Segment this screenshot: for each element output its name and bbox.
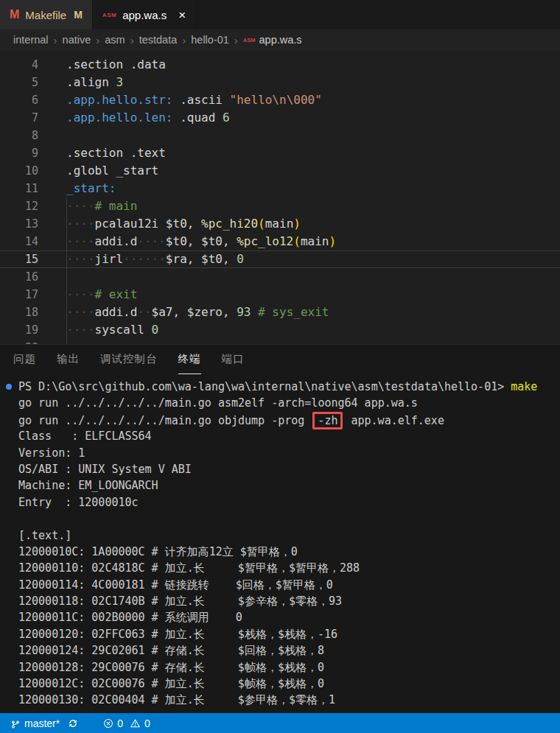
- chevron-right-icon: ›: [130, 34, 134, 46]
- terminal-line: go run ../../../../../main.go asm2elf -a…: [18, 395, 560, 411]
- error-icon: [103, 718, 113, 729]
- line-number[interactable]: 5: [0, 74, 38, 91]
- code-token: addi.d: [95, 234, 138, 248]
- breadcrumb-item[interactable]: internal: [13, 34, 49, 46]
- panel: 问题输出调试控制台终端端口 PS D:\Go\src\github.com\wa…: [0, 344, 560, 713]
- code-token: ····: [66, 199, 95, 213]
- problems-item[interactable]: 0 0: [100, 713, 153, 733]
- code-line[interactable]: 10.globl _start: [0, 162, 560, 180]
- line-number[interactable]: 7: [0, 109, 38, 127]
- code-line[interactable]: 5.align 3: [0, 74, 560, 91]
- code-line[interactable]: 7.app.hello.len: .quad 6: [0, 109, 560, 127]
- code-token: ): [293, 217, 301, 231]
- line-number[interactable]: 18: [0, 304, 38, 321]
- line-number[interactable]: 6: [0, 91, 38, 109]
- asm-file-icon: ASM: [243, 37, 256, 43]
- breadcrumb-item[interactable]: hello-01: [191, 34, 229, 46]
- terminal-text: Class : ELFCLASS64: [18, 429, 152, 443]
- terminal-line: go run ../../../../../main.go objdump -p…: [18, 412, 560, 428]
- code-line[interactable]: 18····addi.d··$a7, $zero, 93 # sys_exit: [0, 304, 560, 321]
- terminal-text: 120000114: 4C000181 # 链接跳转 $回格，$暂甲格，0: [18, 578, 333, 592]
- code-line[interactable]: 4.section .data: [0, 56, 560, 74]
- line-number[interactable]: 15: [0, 250, 38, 268]
- code-line[interactable]: 8: [0, 127, 560, 144]
- code-token: pcalau12i $t0,: [95, 217, 202, 231]
- line-number[interactable]: 12: [0, 197, 38, 215]
- code-token: ····: [137, 234, 166, 248]
- line-number[interactable]: 11: [0, 180, 38, 197]
- code-line[interactable]: 11_start:: [0, 180, 560, 197]
- code-line[interactable]: 6.app.hello.str: .ascii "hello\n\000": [0, 91, 560, 109]
- panel-tab-端口[interactable]: 端口: [222, 345, 245, 374]
- code-token: 93: [237, 305, 251, 319]
- panel-tab-调试控制台[interactable]: 调试控制台: [100, 345, 158, 374]
- code-token: jirl: [95, 252, 124, 266]
- error-count: 0: [117, 718, 123, 729]
- code-line[interactable]: 12····# main: [0, 197, 560, 215]
- line-number[interactable]: 8: [0, 127, 38, 144]
- line-number[interactable]: 10: [0, 162, 38, 180]
- code-line[interactable]: 19····syscall 0: [0, 321, 560, 339]
- chevron-right-icon: ›: [182, 34, 186, 46]
- breadcrumb: internal›native›asm›testdata›hello-01›AS…: [0, 29, 560, 50]
- breadcrumb-item[interactable]: testdata: [139, 34, 178, 46]
- terminal-line: 120000128: 29C00076 # 存储.长 $帧格，$栈格，0: [18, 659, 560, 676]
- terminal-line: [.text.]: [18, 527, 560, 544]
- code-token: ····: [66, 234, 95, 248]
- tab-makefile[interactable]: M Makefile M: [0, 0, 93, 29]
- indent-guide: [66, 321, 67, 339]
- panel-tab-输出[interactable]: 输出: [57, 345, 80, 374]
- tab-app-wa-s[interactable]: ASM app.wa.s ×: [93, 0, 196, 29]
- line-number[interactable]: 9: [0, 144, 38, 162]
- git-branch-item[interactable]: master*: [7, 713, 81, 733]
- terminal-line: Version: 1: [18, 445, 560, 461]
- line-number[interactable]: 20: [0, 339, 38, 344]
- terminal[interactable]: PS D:\Go\src\github.com\wa-lang\wa\inter…: [0, 374, 560, 713]
- line-number[interactable]: 13: [0, 215, 38, 233]
- code-line[interactable]: 16: [0, 268, 560, 286]
- code-token: %pc_hi20: [201, 217, 258, 231]
- terminal-text: 120000118: 02C1740B # 加立.长 $参辛格，$零格，93: [18, 595, 342, 608]
- code-line[interactable]: 17····# exit: [0, 286, 560, 304]
- asm-file-icon: ASM: [102, 12, 116, 18]
- indent-guide: [66, 233, 67, 250]
- code-token: ): [329, 234, 336, 248]
- breadcrumb-item[interactable]: native: [63, 34, 91, 46]
- line-number[interactable]: 16: [0, 268, 38, 286]
- breadcrumb-item[interactable]: asm: [105, 34, 125, 46]
- close-icon[interactable]: ×: [178, 9, 186, 21]
- breadcrumb-file[interactable]: ASMapp.wa.s: [243, 34, 302, 46]
- code-token: ··: [137, 305, 151, 319]
- terminal-line: 120000118: 02C1740B # 加立.长 $参辛格，$零格，93: [18, 593, 560, 609]
- code-token: ····: [66, 305, 95, 319]
- code-token: .section .text: [66, 146, 166, 160]
- terminal-text: PS D:\Go\src\github.com\wa-lang\wa\inter…: [18, 380, 511, 393]
- code-editor[interactable]: 4.section .data5.align 36.app.hello.str:…: [0, 50, 560, 344]
- code-line[interactable]: 9.section .text: [0, 144, 560, 162]
- sync-icon[interactable]: [68, 718, 78, 729]
- code-line[interactable]: 13····pcalau12i $t0, %pc_hi20(main): [0, 215, 560, 233]
- terminal-line: 120000110: 02C4818C # 加立.长 $暂甲格，$暂甲格，288: [18, 560, 560, 576]
- terminal-text: 120000110: 02C4818C # 加立.长 $暂甲格，$暂甲格，288: [18, 561, 360, 575]
- panel-tab-问题[interactable]: 问题: [13, 345, 36, 374]
- terminal-text: 120000120: 02FFC063 # 加立.长 $栈格，$栈格，-16: [18, 628, 337, 641]
- panel-tab-终端[interactable]: 终端: [178, 345, 201, 374]
- terminal-line: OS/ABI : UNIX System V ABI: [18, 461, 560, 477]
- code-token: main: [301, 234, 329, 248]
- code-line[interactable]: 20: [0, 339, 560, 344]
- line-number[interactable]: 19: [0, 321, 38, 339]
- terminal-text: 12000010C: 1A00000C # 计齐加高12立 $暂甲格，0: [18, 545, 298, 558]
- code-token: $t0, $t0,: [166, 234, 237, 248]
- code-line[interactable]: 15····jirl······$ra, $t0, 0: [0, 250, 560, 268]
- breadcrumb-file-label: app.wa.s: [259, 34, 302, 46]
- line-number[interactable]: 17: [0, 286, 38, 304]
- code-token: .section .data: [66, 57, 166, 71]
- code-line[interactable]: 14····addi.d····$t0, $t0, %pc_lo12(main): [0, 233, 560, 250]
- code-token: .align: [66, 75, 116, 89]
- code-token: .app.hello.len:: [66, 111, 173, 124]
- command-decoration-dot[interactable]: [6, 384, 12, 390]
- status-bar: master* 0 0: [0, 713, 560, 733]
- indent-guide: [66, 286, 67, 304]
- line-number[interactable]: 4: [0, 56, 38, 74]
- line-number[interactable]: 14: [0, 233, 38, 250]
